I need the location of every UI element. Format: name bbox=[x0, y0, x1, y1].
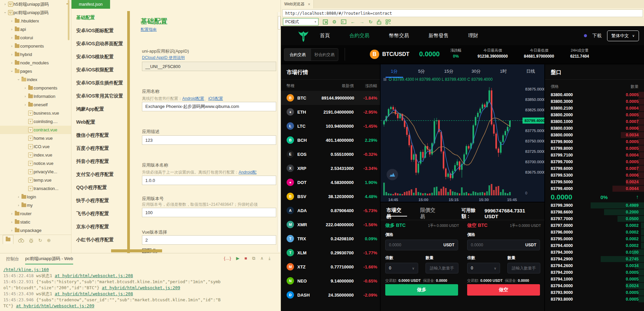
tree-item-temp.vue[interactable]: Vtemp.vue bbox=[0, 176, 71, 184]
tree-item-login[interactable]: ›login bbox=[0, 193, 71, 201]
manifest-nav-item[interactable]: 鸿蒙App配置 bbox=[76, 103, 127, 116]
market-row-EOS[interactable]: EEOS0.55510000-0.32% bbox=[281, 147, 380, 161]
tree-item-node_modules[interactable]: ›node_modules bbox=[0, 59, 71, 67]
manifest-nav-item[interactable]: 安卓/iOS启动界面配置 bbox=[76, 37, 127, 50]
refresh-icon[interactable]: ↻ bbox=[38, 238, 42, 243]
nav-scrollbar[interactable] bbox=[127, 11, 130, 253]
tree-item-my[interactable]: ›my bbox=[0, 201, 71, 209]
market-row-BTC[interactable]: BBTC89144.99000000-1.84% bbox=[281, 91, 380, 105]
chevron-icon[interactable]: › bbox=[16, 193, 21, 201]
tree-item-ICO.vue[interactable]: VICO.vue bbox=[0, 142, 71, 151]
tree-item-static[interactable]: ›static bbox=[0, 218, 71, 226]
manifest-nav-item[interactable]: 安卓/iOS模块配置 bbox=[76, 50, 127, 63]
download-link[interactable]: 下載 bbox=[592, 33, 602, 39]
orderbook-row[interactable]: 83800.40000.0005 bbox=[545, 91, 644, 98]
market-row-BSV[interactable]: BBSV38.120300004.48% bbox=[281, 189, 380, 203]
web-globe-icon[interactable]: ⊕ bbox=[47, 238, 51, 243]
tree-item-components[interactable]: ›components bbox=[0, 84, 71, 92]
orderbook-row[interactable]: 83797.70000.0500 bbox=[545, 215, 644, 222]
open-external-icon[interactable] bbox=[323, 19, 328, 24]
timeframe-1分[interactable]: 1分 bbox=[381, 66, 408, 76]
theme-moon-icon[interactable] bbox=[584, 34, 587, 37]
tree-item-hybrid[interactable]: ›hybrid bbox=[0, 50, 71, 59]
orderbook-row[interactable]: 83800.21000.0004 bbox=[545, 105, 644, 112]
timeframe-15分[interactable]: 15分 bbox=[435, 66, 462, 76]
contract-tab-合約交易[interactable]: 合約交易 bbox=[284, 49, 311, 61]
console-source-link[interactable]: /html/kline.js:160 bbox=[3, 267, 49, 272]
qr-code-icon[interactable] bbox=[386, 19, 391, 24]
orderbook-row[interactable]: 83800.10000.0007 bbox=[545, 118, 644, 125]
manifest-nav-item[interactable]: 抖音小程序配置 bbox=[76, 155, 127, 168]
console-source-link[interactable]: at hybrid/html/websocket.js:209 bbox=[102, 285, 180, 290]
chevron-icon[interactable]: › bbox=[3, 0, 7, 8]
orderbook-row[interactable]: 83797.00000.0002 bbox=[545, 222, 644, 229]
run-icon[interactable]: ▶ bbox=[236, 256, 240, 261]
orderbook-row[interactable]: 83799.60000.0007 bbox=[545, 165, 644, 172]
manifest-nav-item[interactable]: QQ小程序配置 bbox=[76, 181, 127, 194]
manifest-nav-item[interactable]: 快手小程序配置 bbox=[76, 194, 127, 207]
orderbook-row[interactable]: 83799.70000.0005 bbox=[545, 159, 644, 165]
tab-session[interactable]: pc前端uniapp源码 - Web bbox=[25, 256, 73, 264]
chevron-icon[interactable]: › bbox=[1, 10, 9, 15]
orderbook-row[interactable]: 83800.03000.0006 bbox=[545, 125, 644, 132]
console-source-link[interactable]: at hybrid/html/websocket.js:208 bbox=[55, 273, 133, 278]
orderbook-row[interactable]: 83799.50000.0024 bbox=[545, 179, 644, 185]
chevron-icon[interactable]: › bbox=[23, 84, 28, 92]
android-config-link[interactable]: Android配 bbox=[239, 170, 256, 175]
app-desc-input[interactable]: 123 bbox=[142, 135, 276, 145]
tree-item-api[interactable]: ›api bbox=[0, 25, 71, 34]
config-guide-link[interactable]: 配置指南 bbox=[141, 27, 157, 33]
orderbook-row[interactable]: 83799.90000.0005 bbox=[545, 138, 644, 145]
chevron-icon[interactable]: › bbox=[23, 92, 28, 101]
market-row-ADA[interactable]: AADA0.87906400-5.73% bbox=[281, 203, 380, 217]
collapse-icon[interactable]: ∧ bbox=[260, 256, 264, 261]
browser-tab[interactable]: Web浏览器 × bbox=[281, 0, 314, 8]
market-row-TRX[interactable]: TTRX0.242081000.09% bbox=[281, 232, 380, 246]
market-row-BCH[interactable]: BBCH401.140000002.29% bbox=[281, 133, 380, 147]
close-console-icon[interactable]: ⤓ bbox=[268, 256, 270, 261]
tree-item-pages[interactable]: ›pages bbox=[0, 67, 71, 75]
url-input[interactable]: http://localhost:8080/#/?routerlink=cont… bbox=[282, 9, 643, 17]
market-row-XRP[interactable]: XXRP2.53431000-3.34% bbox=[281, 161, 380, 175]
language-select[interactable]: 繁体中文 ∨ bbox=[607, 30, 639, 41]
reload-icon[interactable]: ↻ bbox=[369, 19, 373, 24]
manifest-tab[interactable]: manifest.json bbox=[71, 0, 110, 9]
manifest-nav-item[interactable]: 安卓/iOS常用其它设置 bbox=[76, 89, 127, 103]
form-scrollbar[interactable] bbox=[277, 12, 281, 252]
leverage-select[interactable]: 0∨ bbox=[467, 263, 500, 273]
tree-item-colorui[interactable]: ›colorui bbox=[0, 34, 71, 42]
orderbook-row[interactable]: 83794.00000.0024 bbox=[545, 283, 644, 289]
orderbook-row[interactable]: 83798.66000.2000 bbox=[545, 209, 644, 215]
tree-item-contract.vue[interactable]: Vcontract.vue bbox=[0, 126, 71, 134]
market-row-DASH[interactable]: ĐDASH24.35000000-2.09% bbox=[281, 288, 380, 302]
export-icon[interactable]: ⧉ bbox=[252, 256, 255, 261]
orderbook-row[interactable]: 83793.80000.0005 bbox=[545, 296, 644, 303]
appid-doc-link[interactable]: DCloud AppID 使用说明 bbox=[142, 55, 185, 61]
device-mode-select[interactable]: PC模式 ▾ bbox=[283, 18, 318, 25]
forward-icon[interactable]: → bbox=[360, 19, 364, 24]
tree-item-privacyVie...[interactable]: VprivacyVie... bbox=[0, 168, 71, 176]
market-row-XLM[interactable]: TXLM0.29930700-1.77% bbox=[281, 246, 380, 260]
nav-合約交易[interactable]: 合約交易 bbox=[349, 33, 369, 39]
manifest-nav-item[interactable]: 基础配置 bbox=[76, 11, 127, 24]
market-row-NEO[interactable]: NNEO9.14000000-0.65% bbox=[281, 274, 380, 288]
unlock-icon[interactable] bbox=[377, 19, 381, 24]
tree-item-index[interactable]: ›index bbox=[0, 75, 71, 84]
version-code-input[interactable]: 100 bbox=[142, 208, 276, 217]
candlestick-chart[interactable]: 83875.000083850.000083825.000083775.0000… bbox=[381, 84, 544, 202]
tab-limit-order[interactable]: 限價交易 bbox=[420, 207, 440, 220]
close-tab-icon[interactable]: × bbox=[308, 2, 310, 7]
tree-item-unpackage[interactable]: ›unpackage bbox=[0, 226, 71, 235]
nav-首頁[interactable]: 首頁 bbox=[320, 33, 330, 39]
timeframe-1时[interactable]: 1时 bbox=[490, 66, 517, 76]
price-input[interactable]: 0.0000USDT bbox=[385, 240, 458, 250]
tree-item-Information[interactable]: ›Information bbox=[0, 92, 71, 101]
search-binoculars-icon[interactable] bbox=[18, 238, 24, 243]
manifest-nav-item[interactable]: 安卓/iOS权限配置 bbox=[76, 63, 127, 76]
manifest-nav-item[interactable]: 百度小程序配置 bbox=[76, 142, 127, 155]
manifest-nav-item[interactable]: 京东小程序配置 bbox=[76, 220, 127, 233]
orderbook-row[interactable]: 83799.39000.4989 bbox=[545, 202, 644, 209]
console-source-link[interactable]: at hybrid/html/websocket.js:209 bbox=[16, 303, 94, 308]
orderbook-row[interactable]: 83794.10000.0005 bbox=[545, 276, 644, 283]
logo-phoenix-icon[interactable] bbox=[297, 29, 310, 43]
